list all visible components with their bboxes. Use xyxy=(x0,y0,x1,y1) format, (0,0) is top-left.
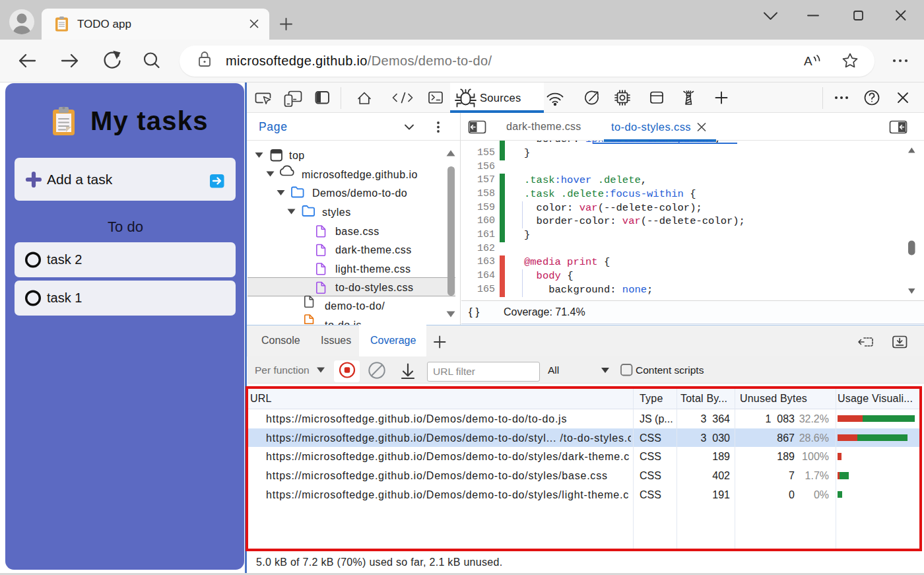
svg-text:A: A xyxy=(804,54,812,68)
